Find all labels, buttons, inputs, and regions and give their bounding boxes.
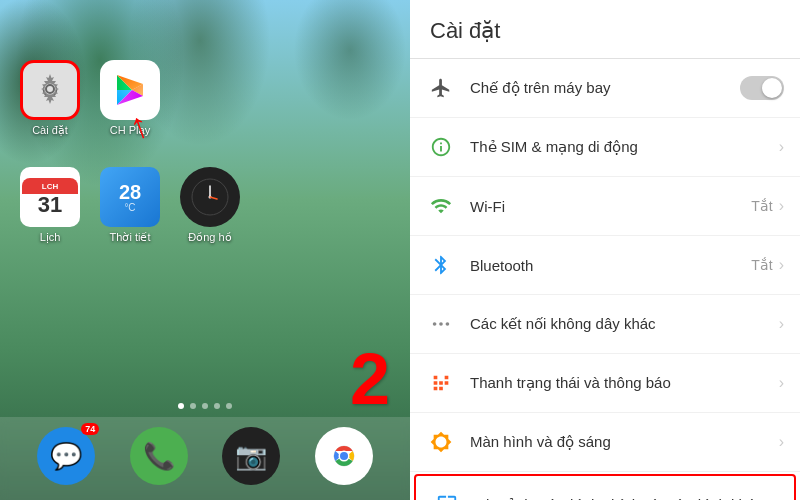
phone-dock-icon[interactable]: 📞	[130, 427, 188, 485]
wifi-value: Tắt	[751, 198, 772, 214]
phone-home-screen: Cài đặt	[0, 0, 410, 500]
camera-dock-icon[interactable]: 📷	[222, 427, 280, 485]
messages-dock-icon[interactable]: 💬 74	[37, 427, 95, 485]
dot-3	[202, 403, 208, 409]
airplane-toggle[interactable]	[740, 76, 784, 100]
clock-app-icon[interactable]: Đồng hồ	[180, 167, 240, 244]
calendar-app-label: Lịch	[40, 231, 61, 244]
calendar-icon-img: LCH 31	[20, 167, 80, 227]
settings-list: Chế độ trên máy bay Thẻ SIM & mạng di độ…	[410, 59, 800, 500]
wallpaper-chevron: ›	[773, 496, 778, 500]
svg-point-14	[340, 452, 348, 460]
other-connections-label: Các kết nối không dây khác	[470, 315, 779, 333]
brightness-icon	[426, 427, 456, 457]
settings-app-label: Cài đặt	[32, 124, 68, 137]
calendar-app-icon[interactable]: LCH 31 Lịch	[20, 167, 80, 244]
airplane-icon	[426, 73, 456, 103]
app-icons-row1: Cài đặt	[0, 0, 410, 137]
clock-app-label: Đồng hồ	[188, 231, 231, 244]
settings-icon-img	[20, 60, 80, 120]
svg-point-17	[446, 322, 450, 326]
settings-app-icon[interactable]: Cài đặt	[20, 60, 80, 137]
dot-2	[190, 403, 196, 409]
wifi-icon	[426, 191, 456, 221]
svg-point-16	[439, 322, 443, 326]
notifications-item[interactable]: Thanh trạng thái và thông báo ›	[410, 354, 800, 413]
weather-app-icon[interactable]: 28 °C Thời tiết	[100, 167, 160, 244]
notifications-label: Thanh trạng thái và thông báo	[470, 374, 779, 392]
wifi-item[interactable]: Wi-Fi Tắt ›	[410, 177, 800, 236]
sim-chevron: ›	[779, 138, 784, 156]
wallpaper-icon	[432, 490, 462, 500]
svg-point-15	[433, 322, 437, 326]
brightness-label: Màn hình và độ sáng	[470, 433, 779, 451]
home-screen-content: Cài đặt	[0, 0, 410, 500]
other-connections-item[interactable]: Các kết nối không dây khác ›	[410, 295, 800, 354]
airplane-mode-item[interactable]: Chế độ trên máy bay	[410, 59, 800, 118]
wifi-label: Wi-Fi	[470, 198, 751, 215]
bluetooth-icon	[426, 250, 456, 280]
wallpaper-label: Kho ảnh màn hình chính và màn hình khóa	[476, 496, 773, 500]
notification-icon	[426, 368, 456, 398]
app-dock: 💬 74 📞 📷	[0, 417, 410, 500]
settings-title: Cài đặt	[430, 18, 500, 43]
bluetooth-value: Tắt	[751, 257, 772, 273]
bluetooth-item[interactable]: Bluetooth Tắt ›	[410, 236, 800, 295]
airplane-toggle-knob	[762, 78, 782, 98]
clock-icon-img	[180, 167, 240, 227]
chrome-dock-icon[interactable]	[315, 427, 373, 485]
settings-panel: Cài đặt Chế độ trên máy bay Thẻ SIM & mạ…	[410, 0, 800, 500]
number-annotation: 2	[350, 338, 390, 420]
settings-header: Cài đặt	[410, 0, 800, 59]
page-dots	[0, 395, 410, 417]
bluetooth-chevron: ›	[779, 256, 784, 274]
wifi-chevron: ›	[779, 197, 784, 215]
dot-4	[214, 403, 220, 409]
wallpaper-item[interactable]: Kho ảnh màn hình chính và màn hình khóa …	[414, 474, 796, 500]
sim-icon	[426, 132, 456, 162]
airplane-mode-label: Chế độ trên máy bay	[470, 79, 740, 97]
messages-badge: 74	[81, 423, 99, 435]
other-connections-icon	[426, 309, 456, 339]
sim-label: Thẻ SIM & mạng di động	[470, 138, 779, 156]
app-icons-row2: LCH 31 Lịch 28 °C Thời tiết	[0, 137, 410, 244]
sim-item[interactable]: Thẻ SIM & mạng di động ›	[410, 118, 800, 177]
weather-icon-img: 28 °C	[100, 167, 160, 227]
other-connections-chevron: ›	[779, 315, 784, 333]
notifications-chevron: ›	[779, 374, 784, 392]
bluetooth-label: Bluetooth	[470, 257, 751, 274]
brightness-item[interactable]: Màn hình và độ sáng ›	[410, 413, 800, 472]
weather-app-label: Thời tiết	[110, 231, 151, 244]
dot-5	[226, 403, 232, 409]
brightness-chevron: ›	[779, 433, 784, 451]
dot-1	[178, 403, 184, 409]
